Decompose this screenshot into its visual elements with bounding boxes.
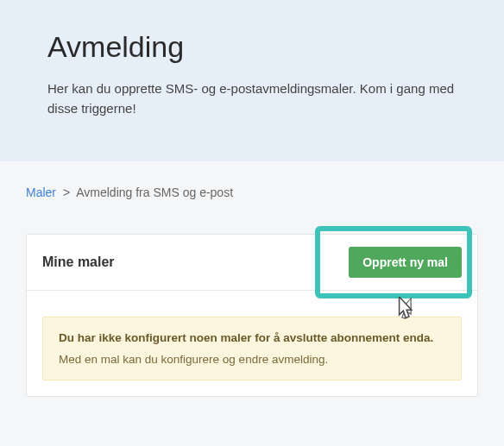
breadcrumb-link-maler[interactable]: Maler <box>26 185 56 199</box>
alert-text: Med en mal kan du konfigurere og endre a… <box>59 353 445 366</box>
page-header: Avmelding Her kan du opprette SMS- og e-… <box>0 0 504 161</box>
create-template-button[interactable]: Opprett ny mal <box>349 247 462 278</box>
page-title: Avmelding <box>47 30 457 64</box>
cursor-icon <box>394 297 417 326</box>
panel-title: Mine maler <box>42 254 115 270</box>
empty-state-alert: Du har ikke konfigurert noen maler for å… <box>42 317 462 380</box>
page-subtitle: Her kan du opprette SMS- og e-postavmeld… <box>47 79 457 118</box>
templates-panel: Mine maler Opprett ny mal Du har ikke ko… <box>26 234 478 397</box>
panel-header: Mine maler Opprett ny mal <box>27 235 477 291</box>
breadcrumb-separator: > <box>63 185 70 199</box>
breadcrumb: Maler > Avmelding fra SMS og e-post <box>0 161 504 199</box>
create-button-wrapper: Opprett ny mal <box>349 247 462 278</box>
breadcrumb-current: Avmelding fra SMS og e-post <box>76 185 233 199</box>
alert-title: Du har ikke konfigurert noen maler for å… <box>59 331 445 344</box>
